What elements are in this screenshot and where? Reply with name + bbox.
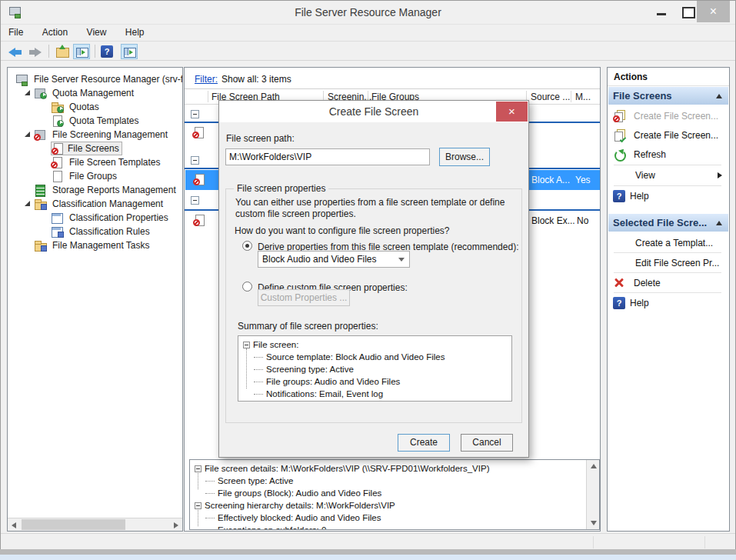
quota-templates-icon [51,115,64,127]
expand-triangle-icon[interactable] [25,90,30,95]
tree-node-file-groups[interactable]: File Groups [8,169,182,183]
collapse-icon[interactable] [243,342,250,348]
menu-action[interactable]: Action [35,25,75,40]
file-screen-templates-icon [51,156,64,168]
file-screen-row1-icon[interactable] [192,126,205,138]
expand-triangle-icon[interactable] [25,201,30,206]
expand-triangle-icon[interactable] [25,132,30,137]
console-tree-arrow [82,50,85,55]
details-vertical-scrollbar[interactable] [586,460,599,529]
summary-root-row[interactable]: File screen: [243,340,298,349]
classification-properties-icon [51,212,64,224]
row3-match-cell: No [577,215,588,226]
maximize-button[interactable] [676,1,699,22]
custom-properties-radio[interactable] [242,282,252,292]
show-action-pane-icon[interactable] [121,44,138,59]
toolbar: ? [1,41,735,61]
tree-node-file-screen-templates[interactable]: File Screen Templates [8,155,182,169]
row3-source-template-cell: Block Ex... [531,215,575,226]
section-header-selected-file-screen[interactable]: Selected File Scre... [608,214,728,232]
collapse-section-icon[interactable] [716,94,722,98]
title-bar: File Server Resource Manager × [1,1,735,24]
scroll-down-icon[interactable] [591,521,597,525]
scroll-up-icon[interactable] [591,464,597,468]
tree-node-quota-management[interactable]: Quota Management [8,86,182,100]
classification-management-icon [34,198,47,210]
tree-node-classification-properties[interactable]: Classification Properties [8,211,182,225]
browse-button[interactable]: Browse... [439,148,490,166]
file-screening-management-icon [34,128,47,141]
group-title: File screen properties [234,183,328,194]
dialog-title: Create File Screen [219,105,528,118]
cancel-button[interactable]: Cancel [461,434,513,452]
action-help-1[interactable]: ? Help [608,186,728,205]
action-edit-file-screen[interactable]: Edit File Screen Pr... [608,253,728,272]
collapse-section-icon[interactable] [716,221,722,225]
filter-link[interactable]: Filter: [195,74,218,85]
tree-node-quota-templates[interactable]: Quota Templates [8,114,182,128]
menu-help[interactable]: Help [118,25,152,40]
quotas-folder-icon [51,101,64,113]
action-help-2[interactable]: ? Help [608,293,728,312]
action-refresh[interactable]: Refresh [608,145,728,164]
rules-badge [58,232,64,238]
group3-collapse-icon[interactable] [191,196,199,205]
menu-view[interactable]: View [79,25,115,40]
column-match[interactable]: M... [575,92,591,102]
collapse-icon[interactable] [195,465,201,472]
classification-rules-icon [51,225,64,238]
details-row-3: File groups (Block): Audio and Video Fil… [195,488,381,498]
show-console-tree-icon[interactable] [73,44,90,59]
derive-template-radio[interactable] [242,241,252,251]
delete-icon [613,277,626,289]
column-source[interactable]: Source ... [531,92,570,102]
action-delete[interactable]: Delete [608,273,728,292]
tree-node-classification-rules[interactable]: Classification Rules [8,225,182,238]
scrollbar-thumb[interactable] [22,519,125,530]
pie-badge [57,106,64,113]
filter-bar: Filter: Show all: 3 items [185,68,600,89]
group2-collapse-icon[interactable] [191,156,199,165]
file-screen-path-input[interactable] [225,148,430,165]
section-header-file-screens[interactable]: File Screens [608,87,728,105]
menu-file[interactable]: File [1,25,31,40]
action-create-file-screen-disabled: Create File Screen... [608,106,728,125]
tree-node-classification-management[interactable]: Classification Management [8,197,182,211]
details-row-4[interactable]: Screening hierarchy details: M:\WorkFold… [195,501,395,510]
summary-item-2: Screening type: Active [243,365,354,374]
template-select[interactable]: Block Audio and Video Files [258,251,410,268]
tree-node-file-management-tasks[interactable]: File Management Tasks [8,238,182,252]
selected-tree-node: File Screens [51,142,122,155]
file-screen-path-label: File screen path: [226,133,295,144]
no-badge [52,148,58,155]
scroll-left-icon[interactable] [12,522,16,528]
action-create-template[interactable]: Create a Templat... [608,233,728,252]
desktop-edge [0,555,736,560]
action-create-file-screen[interactable]: Create File Screen... [608,125,728,145]
details-row-1[interactable]: File screen details: M:\WorkFolders\VIP … [195,464,489,473]
tree-node-root[interactable]: File Server Resource Manager (srv-fpd [8,72,182,86]
group1-collapse-icon[interactable] [191,110,199,118]
tree-node-file-screens[interactable]: File Screens [8,142,182,155]
help-icon[interactable]: ? [99,44,116,59]
tag-badge [41,204,47,210]
tree-node-storage-reports[interactable]: Storage Reports Management [8,183,182,197]
export-list-icon[interactable] [55,44,72,59]
forward-icon[interactable] [35,48,42,57]
summary-label: Summary of file screen properties: [238,321,378,332]
minimize-button[interactable] [651,1,674,22]
create-button[interactable]: Create [398,434,450,452]
back-icon[interactable] [8,48,15,57]
dialog-close-button[interactable]: × [496,102,528,122]
details-pane: File screen details: M:\WorkFolders\VIP … [189,459,600,530]
scroll-right-icon[interactable] [174,522,178,528]
tree-node-file-screening-management[interactable]: File Screening Management [8,128,182,142]
action-view[interactable]: View [608,165,728,185]
tree-horizontal-scrollbar[interactable] [8,518,182,531]
server-icon [15,73,28,85]
help-icon: ? [613,190,625,202]
close-button[interactable]: × [697,1,730,22]
tree-node-quotas[interactable]: Quotas [8,100,182,114]
storage-reports-icon [34,184,47,196]
collapse-icon[interactable] [195,502,201,509]
